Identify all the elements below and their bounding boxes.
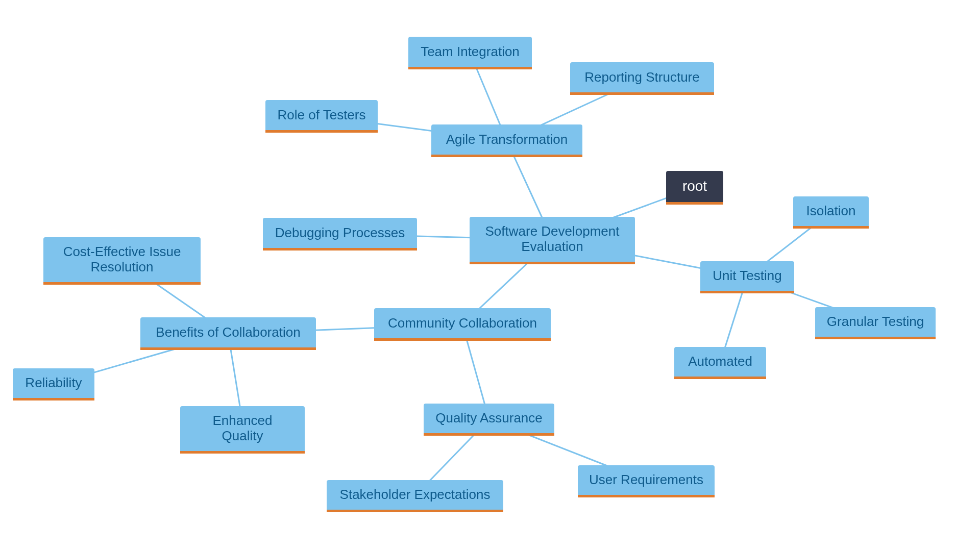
node-center[interactable]: Software Development Evaluation bbox=[470, 217, 635, 264]
node-enhQuality[interactable]: Enhanced Quality bbox=[180, 406, 305, 454]
node-qa[interactable]: Quality Assurance bbox=[424, 404, 554, 436]
node-stakeholder[interactable]: Stakeholder Expectations bbox=[327, 480, 503, 512]
node-costEff[interactable]: Cost-Effective Issue Resolution bbox=[43, 237, 201, 285]
node-reliability[interactable]: Reliability bbox=[13, 368, 94, 400]
node-userReq[interactable]: User Requirements bbox=[578, 465, 715, 497]
node-automated[interactable]: Automated bbox=[674, 347, 766, 379]
node-root[interactable]: root bbox=[666, 171, 723, 205]
node-unit[interactable]: Unit Testing bbox=[700, 261, 794, 293]
node-granular[interactable]: Granular Testing bbox=[815, 307, 936, 339]
node-reporting[interactable]: Reporting Structure bbox=[570, 62, 714, 95]
node-benefits[interactable]: Benefits of Collaboration bbox=[140, 317, 316, 350]
node-isolation[interactable]: Isolation bbox=[793, 196, 869, 229]
node-roleTesters[interactable]: Role of Testers bbox=[265, 100, 378, 133]
diagram-canvas: rootSoftware Development EvaluationAgile… bbox=[0, 0, 980, 551]
node-teamIntegration[interactable]: Team Integration bbox=[408, 37, 532, 69]
node-community[interactable]: Community Collaboration bbox=[374, 308, 551, 341]
node-agile[interactable]: Agile Transformation bbox=[431, 124, 582, 157]
node-debugging[interactable]: Debugging Processes bbox=[263, 218, 417, 251]
